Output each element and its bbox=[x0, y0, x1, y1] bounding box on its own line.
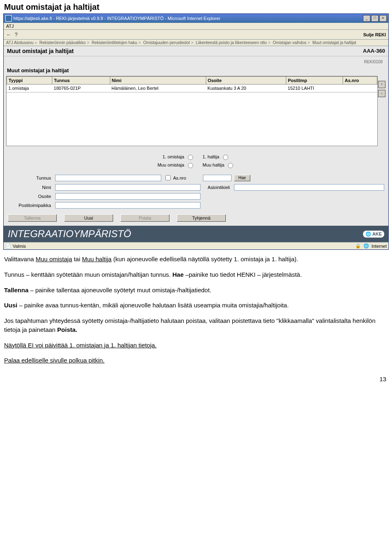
page-title: Muut omistajat ja haltijat bbox=[7, 48, 74, 54]
cell-tyyppi: 1.omistaja bbox=[7, 84, 52, 92]
doc-body: Valittavana Muu omistaja tai Muu haltija… bbox=[0, 250, 392, 374]
breadcrumb: ATJ Aloitussivu» Rekisteröinnin päävalik… bbox=[4, 40, 388, 46]
crumb[interactable]: ATJ Aloitussivu bbox=[6, 40, 33, 45]
radio-muu-haltija[interactable]: Muu haltija bbox=[203, 162, 234, 168]
lock-icon: 🔒 bbox=[355, 243, 361, 249]
uusi-button[interactable]: Uusi bbox=[64, 214, 113, 222]
statusbar: 📄 Valmis 🔒 🌐 Internet bbox=[4, 242, 388, 249]
crumb[interactable]: Muut omistajat ja haltijat bbox=[312, 40, 356, 45]
window-title: https://atjtesti.ake.fi - REKI-järjestel… bbox=[13, 16, 363, 21]
zone-icon: 🌐 bbox=[363, 243, 369, 249]
close-button[interactable]: × bbox=[379, 15, 387, 22]
owners-table: Tyyppi Tunnus Nimi Osoite Postitmp As.nr… bbox=[6, 76, 378, 146]
crumb[interactable]: Omistajuuden perustiedot bbox=[143, 40, 190, 45]
radio-muu-omistaja[interactable]: Muu omistaja bbox=[158, 162, 194, 168]
asnro-input[interactable] bbox=[203, 175, 232, 181]
asnro-checkbox[interactable]: As.nro bbox=[164, 174, 200, 182]
back-icon[interactable]: ← bbox=[6, 31, 11, 38]
cell-asnro bbox=[343, 84, 377, 92]
section-title: Muut omistajat ja haltijat bbox=[7, 67, 385, 73]
cell-nimi: Hämäläinen, Leo Bertel bbox=[110, 84, 206, 92]
radio-1-omistaja[interactable]: 1. omistaja bbox=[163, 153, 194, 160]
crumb[interactable]: Liikenteestä poisto ja liikenteeseen ott… bbox=[196, 40, 267, 45]
ie-icon bbox=[5, 15, 12, 22]
nimi-label: Nimi bbox=[8, 185, 53, 190]
role-radios: 1. omistaja 1. haltija Muu omistaja Muu … bbox=[6, 153, 386, 168]
kieli-input[interactable] bbox=[234, 184, 384, 191]
env-banner: INTEGRAATIOYMPÄRISTÖ 🌐 AKE bbox=[4, 226, 388, 242]
page-number: 13 bbox=[0, 374, 392, 386]
page-header: Muut omistajat ja haltijat AAA-360 bbox=[4, 46, 388, 56]
col-tunnus[interactable]: Tunnus bbox=[52, 77, 110, 84]
tyhjenna-button[interactable]: Tyhjennä bbox=[177, 214, 226, 222]
osoite-label: Osoite bbox=[8, 194, 53, 199]
col-nimi[interactable]: Nimi bbox=[110, 77, 206, 84]
sulje-reki-link[interactable]: Sulje REKI bbox=[363, 32, 386, 37]
status-icon: 📄 bbox=[5, 243, 11, 249]
move-up-button[interactable]: ↑ bbox=[378, 81, 385, 88]
col-postitmp[interactable]: Postitmp bbox=[286, 77, 343, 84]
list-empty-area bbox=[7, 92, 377, 146]
menubar: ATJ bbox=[4, 23, 388, 30]
browser-window: https://atjtesti.ake.fi - REKI-järjestel… bbox=[3, 13, 389, 250]
crumb[interactable]: Rekisteröinnin päävalikko bbox=[39, 40, 85, 45]
tallenna-button[interactable]: Tallenna bbox=[8, 214, 57, 222]
cell-postitmp: 15210 LAHTI bbox=[286, 84, 343, 92]
zone-text: Internet bbox=[372, 244, 387, 249]
osoite-input[interactable] bbox=[55, 193, 200, 200]
posti-label: Postitoimipaikka bbox=[8, 203, 53, 208]
titlebar: https://atjtesti.ake.fi - REKI-järjestel… bbox=[4, 14, 388, 23]
toolbar: ← ? Sulje REKI bbox=[4, 30, 388, 40]
poista-button[interactable]: Poista bbox=[120, 214, 169, 222]
col-osoite[interactable]: Osoite bbox=[206, 77, 286, 84]
maximize-button[interactable]: □ bbox=[371, 15, 379, 22]
doc-title: Muut omistajat ja haltijat bbox=[4, 2, 388, 12]
table-row[interactable]: 1.omistaja 180765-021P Hämäläinen, Leo B… bbox=[7, 84, 377, 92]
status-text: Valmis bbox=[13, 244, 26, 249]
radio-1-haltija[interactable]: 1. haltija bbox=[203, 153, 229, 160]
cell-tunnus: 180765-021P bbox=[52, 84, 110, 92]
tunnus-label: Tunnus bbox=[8, 176, 53, 180]
hae-button[interactable]: Hae bbox=[234, 175, 250, 181]
crumb[interactable]: Omistajan vaihdos bbox=[273, 40, 306, 45]
page-id: REKI0108 bbox=[6, 59, 386, 65]
kieli-label: Asiointikieli bbox=[203, 185, 232, 190]
reg-number: AAA-360 bbox=[363, 48, 385, 54]
nimi-input[interactable] bbox=[55, 184, 200, 191]
col-tyyppi[interactable]: Tyyppi bbox=[7, 77, 52, 84]
posti-input[interactable] bbox=[55, 202, 200, 209]
move-down-button[interactable]: ↓ bbox=[378, 90, 385, 97]
col-asnro[interactable]: As.nro bbox=[343, 77, 377, 84]
cell-osoite: Kustaankatu 3 A 20 bbox=[206, 84, 286, 92]
help-icon[interactable]: ? bbox=[15, 31, 18, 38]
tunnus-input[interactable] bbox=[55, 175, 161, 181]
minimize-button[interactable]: _ bbox=[363, 15, 370, 22]
ake-logo: 🌐 AKE bbox=[363, 231, 384, 238]
crumb[interactable]: Rekisteröintitietojen haku bbox=[91, 40, 137, 45]
